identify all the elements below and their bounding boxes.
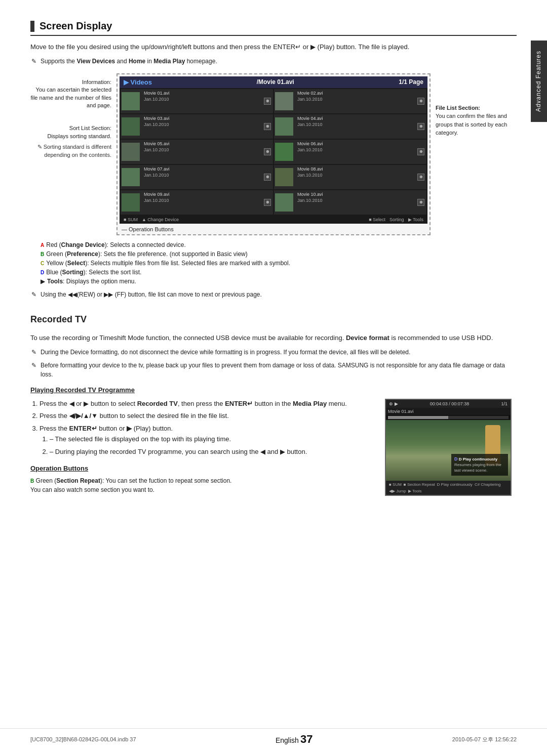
pb-video: D D Play continuously Resumes playing fr… (386, 420, 511, 481)
footer-date: 2010-05-07 오후 12:56:22 (452, 736, 517, 743)
op-item-yellow: C Yellow (Select): Selects multiple file… (41, 259, 517, 268)
tv-footer: ■ SUM ▲ Change Device ■ Select Sorting ▶… (120, 216, 427, 224)
tv-cell-2: Movie 02.avi Jan.10.2010 ⊕ (274, 89, 426, 113)
tv-cell-6: Movie 06.avi Jan.10.2010 ⊕ (274, 140, 426, 164)
tv-cell-8: Movie 08.avi Jan.10.2010 ⊕ (274, 165, 426, 189)
op-item-blue: D Blue (Sorting): Selects the sort list. (41, 268, 517, 277)
page-footer: [UC8700_32]BN68-02842G-00L04.indb 37 Eng… (0, 728, 547, 746)
tv-cell-10: Movie 10.avi Jan.10.2010 ⊕ (274, 190, 426, 215)
footer-english: English (276, 736, 299, 744)
recorded-tv-note2: Before formatting your device to the tv,… (30, 361, 517, 379)
pb-page: 1/1 (501, 401, 507, 406)
label-information: Information: You can ascertain the selec… (30, 78, 111, 110)
heading-bar (30, 21, 34, 32)
tv-header: ▶ Videos /Movie 01.avi 1/1 Page (120, 76, 427, 88)
operation-buttons-list: A Red (Change Device): Selects a connect… (30, 240, 517, 286)
tv-cell-5: Movie 05.avi Jan.10.2010 ⊕ (121, 140, 273, 164)
screen-display-note2: Using the ◀◀(REW) or ▶▶ (FF) button, fil… (30, 290, 517, 299)
step-3-subs: The selected file is displayed on the to… (40, 434, 375, 457)
recorded-tv-section: Recorded TV To use the recording or Time… (30, 314, 517, 496)
tv-cell-3: Movie 03.avi Jan.10.2010 ⊕ (121, 114, 273, 139)
label-sort: Sort List Section: Displays sorting stan… (30, 124, 111, 159)
pb-overlay: D D Play continuously Resumes playing fr… (451, 454, 508, 476)
side-tab-label: Advanced Features (535, 51, 542, 112)
diagram-area: Information: You can ascertain the selec… (30, 73, 517, 235)
screen-display-heading: Screen Display (30, 20, 517, 36)
diagram-labels-right: File List Section: You can confirm the f… (436, 73, 517, 235)
step-2: Press the ◀/▶/▲/▼ button to select the d… (40, 411, 375, 422)
diagram-labels-left: Information: You can ascertain the selec… (30, 73, 111, 235)
tv-cell-1: Movie 01.avi Jan.10.2010 ⊕ (121, 89, 273, 113)
recorded-tv-note1: During the Device formatting, do not dis… (30, 348, 517, 357)
recorded-tv-title: Recorded TV (30, 314, 517, 327)
screen-display-note1: Supports the View Devices and Home in Me… (30, 57, 517, 66)
pb-filename: Movie 01.avi (386, 408, 511, 415)
playing-subheading: Playing Recorded TV Programme (30, 386, 517, 394)
footer-file-info: [UC8700_32]BN68-02842G-00L04.indb 37 (30, 736, 136, 742)
step-1: Press the ◀ or ▶ button to select Record… (40, 399, 375, 409)
two-col-section: Press the ◀ or ▶ button to select Record… (30, 399, 517, 496)
op-item-green: B Green (Preference): Sets the file pref… (41, 249, 517, 259)
page-title: Screen Display (40, 20, 112, 32)
screen-display-intro: Move to the file you desired using the u… (30, 42, 517, 53)
footer-page-number: 37 (300, 733, 312, 745)
pb-footer: ■ SUM ■ Section Repeat D Play continuous… (386, 481, 511, 495)
pb-progress (388, 416, 509, 419)
pb-time: 00:04:03 / 00:07:38 (430, 401, 470, 406)
tv-cell-4: Movie 04.avi Jan.10.2010 ⊕ (274, 114, 426, 139)
tv-cell-7: Movie 07.avi Jan.10.2010 ⊕ (121, 165, 273, 189)
tv-cell-9: Movie 09.avi Jan.10.2010 ⊕ (121, 190, 273, 215)
pb-header: ⊕ ▶ 00:04:03 / 00:07:38 1/1 (386, 400, 511, 408)
side-tab: Advanced Features (531, 40, 547, 122)
op-note: B Green (Section Repeat): You can set th… (30, 476, 375, 494)
playback-screen-col: ⊕ ▶ 00:04:03 / 00:07:38 1/1 Movie 01.avi (385, 399, 517, 496)
op-buttons-label: — Operation Buttons (120, 226, 427, 232)
footer-page-number-area: English 37 (276, 733, 312, 746)
page-container: Advanced Features Screen Display Move to… (0, 0, 547, 756)
op-item-red: A Red (Change Device): Selects a connect… (41, 240, 517, 249)
step-3: Press the ENTER↵ button or ▶ (Play) butt… (40, 424, 375, 457)
op-buttons-subheading: Operation Buttons (30, 465, 375, 472)
steps-col: Press the ◀ or ▶ button to select Record… (30, 399, 375, 496)
op-item-tools: ▶ Tools: Displays the option menu. (41, 277, 517, 286)
steps-list: Press the ◀ or ▶ button to select Record… (30, 399, 375, 457)
playback-screen: ⊕ ▶ 00:04:03 / 00:07:38 1/1 Movie 01.avi (385, 399, 512, 496)
tv-screen-mockup: ▶ Videos /Movie 01.avi 1/1 Page Movie 01… (116, 73, 431, 235)
tv-file-grid: Movie 01.avi Jan.10.2010 ⊕ Movie 02.avi … (120, 88, 427, 216)
recorded-tv-intro: To use the recording or Timeshift Mode f… (30, 333, 517, 344)
pb-progress-fill (388, 416, 448, 419)
